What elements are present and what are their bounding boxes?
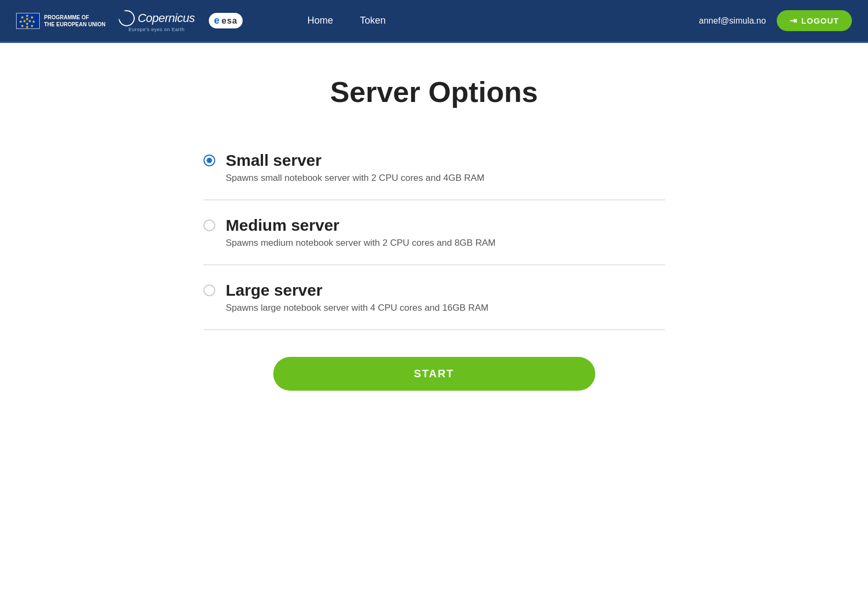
esa-logo: e esa [209, 13, 243, 28]
copernicus-tagline: Europe's eyes on Earth [128, 27, 184, 32]
eu-logo: ★ ★ ★ ★ ★ ★ ★ ★ ★ ★ ★ ★ PROGRAMME O [16, 13, 105, 29]
eu-programme-text: PROGRAMME OFTHE EUROPEAN UNION [44, 14, 105, 28]
esa-text: esa [222, 16, 238, 26]
eu-flag-icon: ★ ★ ★ ★ ★ ★ ★ ★ ★ ★ ★ ★ [16, 13, 40, 29]
start-section: START [193, 357, 676, 391]
svg-text:★: ★ [30, 24, 34, 28]
server-option-medium-title: Medium server [226, 216, 665, 235]
server-option-medium-content: Medium server Spawns medium notebook ser… [226, 216, 665, 248]
header-logos: ★ ★ ★ ★ ★ ★ ★ ★ ★ ★ ★ ★ PROGRAMME O [16, 10, 243, 32]
svg-text:★: ★ [28, 19, 32, 24]
page-title: Server Options [193, 75, 676, 108]
header-right: annef@simula.no ⇥ LOGOUT [699, 10, 852, 31]
svg-text:★: ★ [19, 19, 23, 24]
server-option-large-desc: Spawns large notebook server with 4 CPU … [226, 303, 665, 313]
svg-point-14 [118, 11, 129, 21]
radio-small[interactable] [203, 155, 215, 166]
radio-medium[interactable] [203, 219, 215, 231]
logout-icon: ⇥ [790, 16, 797, 26]
svg-text:★: ★ [23, 19, 26, 24]
server-option-medium[interactable]: Medium server Spawns medium notebook ser… [193, 200, 676, 265]
copernicus-logo: Copernicus Europe's eyes on Earth [118, 10, 194, 32]
radio-large[interactable] [203, 284, 215, 296]
header: ★ ★ ★ ★ ★ ★ ★ ★ ★ ★ ★ ★ PROGRAMME O [0, 0, 868, 43]
start-button[interactable]: START [273, 357, 595, 391]
server-option-small[interactable]: Small server Spawns small notebook serve… [193, 135, 676, 200]
user-email: annef@simula.no [699, 16, 766, 26]
logout-label: LOGOUT [801, 16, 839, 25]
logout-button[interactable]: ⇥ LOGOUT [777, 10, 852, 31]
server-options-list: Small server Spawns small notebook serve… [193, 135, 676, 330]
server-option-small-desc: Spawns small notebook server with 2 CPU … [226, 173, 665, 184]
main-content: Server Options Small server Spawns small… [193, 43, 676, 423]
esa-e-icon: e [214, 15, 220, 26]
nav-token[interactable]: Token [360, 15, 385, 26]
divider-3 [203, 330, 665, 330]
nav-home[interactable]: Home [307, 15, 333, 26]
server-option-small-content: Small server Spawns small notebook serve… [226, 151, 665, 184]
server-option-small-title: Small server [226, 151, 665, 170]
server-option-large[interactable]: Large server Spawns large notebook serve… [193, 265, 676, 330]
server-option-large-content: Large server Spawns large notebook serve… [226, 281, 665, 313]
svg-text:★: ★ [20, 24, 24, 28]
copernicus-name: Copernicus [137, 11, 194, 25]
header-nav: Home Token [307, 15, 385, 26]
server-option-medium-desc: Spawns medium notebook server with 2 CPU… [226, 238, 665, 248]
server-option-large-title: Large server [226, 281, 665, 299]
